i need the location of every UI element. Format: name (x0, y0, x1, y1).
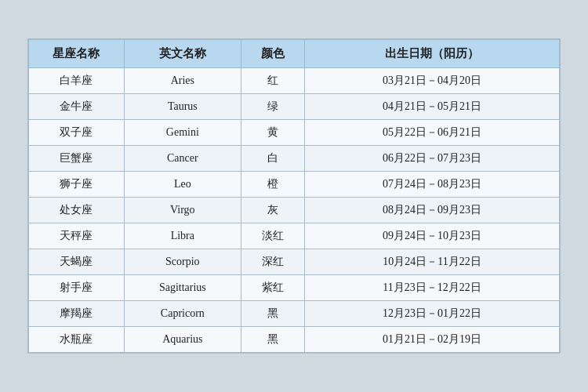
cell-color: 白 (241, 146, 304, 172)
cell-color: 灰 (241, 198, 304, 223)
cell-color: 淡红 (241, 223, 304, 249)
cell-date: 06月22日－07月23日 (305, 146, 560, 172)
table-row: 处女座Virgo灰08月24日－09月23日 (29, 198, 560, 223)
table-row: 白羊座Aries红03月21日－04月20日 (29, 68, 560, 94)
table-row: 射手座Sagittarius紫红11月23日－12月22日 (29, 275, 560, 301)
cell-chinese: 白羊座 (29, 68, 125, 94)
table-row: 摩羯座Capricorn黑12月23日－01月22日 (29, 301, 560, 327)
cell-english: Scorpio (124, 249, 241, 275)
cell-chinese: 处女座 (29, 198, 125, 223)
cell-english: Virgo (124, 198, 241, 223)
cell-english: Taurus (124, 94, 241, 120)
cell-chinese: 射手座 (29, 275, 125, 301)
cell-chinese: 狮子座 (29, 172, 125, 198)
cell-date: 07月24日－08月23日 (305, 172, 560, 198)
cell-color: 红 (241, 68, 304, 94)
cell-chinese: 金牛座 (29, 94, 125, 120)
table-row: 天蝎座Scorpio深红10月24日－11月22日 (29, 249, 560, 275)
cell-date: 10月24日－11月22日 (305, 249, 560, 275)
cell-english: Cancer (124, 146, 241, 172)
cell-chinese: 摩羯座 (29, 301, 125, 327)
cell-english: Aries (124, 68, 241, 94)
zodiac-table-container: 星座名称 英文名称 颜色 出生日期（阳历） 白羊座Aries红03月21日－04… (27, 38, 561, 354)
header-color: 颜色 (241, 40, 304, 68)
table-row: 巨蟹座Cancer白06月22日－07月23日 (29, 146, 560, 172)
cell-date: 03月21日－04月20日 (305, 68, 560, 94)
cell-color: 深红 (241, 249, 304, 275)
cell-date: 08月24日－09月23日 (305, 198, 560, 223)
cell-chinese: 天秤座 (29, 223, 125, 249)
table-body: 白羊座Aries红03月21日－04月20日金牛座Taurus绿04月21日－0… (29, 68, 560, 353)
table-row: 狮子座Leo橙07月24日－08月23日 (29, 172, 560, 198)
table-header-row: 星座名称 英文名称 颜色 出生日期（阳历） (29, 40, 560, 68)
cell-date: 09月24日－10月23日 (305, 223, 560, 249)
zodiac-table: 星座名称 英文名称 颜色 出生日期（阳历） 白羊座Aries红03月21日－04… (28, 39, 560, 353)
cell-english: Libra (124, 223, 241, 249)
cell-english: Capricorn (124, 301, 241, 327)
cell-english: Leo (124, 172, 241, 198)
cell-date: 04月21日－05月21日 (305, 94, 560, 120)
cell-color: 黑 (241, 301, 304, 327)
cell-date: 11月23日－12月22日 (305, 275, 560, 301)
cell-date: 05月22日－06月21日 (305, 120, 560, 146)
table-row: 水瓶座Aquarius黑01月21日－02月19日 (29, 327, 560, 353)
header-chinese: 星座名称 (29, 40, 125, 68)
header-date: 出生日期（阳历） (305, 40, 560, 68)
table-row: 金牛座Taurus绿04月21日－05月21日 (29, 94, 560, 120)
cell-chinese: 水瓶座 (29, 327, 125, 353)
cell-color: 橙 (241, 172, 304, 198)
cell-english: Sagittarius (124, 275, 241, 301)
cell-english: Gemini (124, 120, 241, 146)
cell-color: 黑 (241, 327, 304, 353)
table-row: 双子座Gemini黄05月22日－06月21日 (29, 120, 560, 146)
cell-color: 黄 (241, 120, 304, 146)
cell-color: 紫红 (241, 275, 304, 301)
cell-date: 12月23日－01月22日 (305, 301, 560, 327)
cell-english: Aquarius (124, 327, 241, 353)
cell-date: 01月21日－02月19日 (305, 327, 560, 353)
header-english: 英文名称 (124, 40, 241, 68)
cell-color: 绿 (241, 94, 304, 120)
cell-chinese: 双子座 (29, 120, 125, 146)
cell-chinese: 天蝎座 (29, 249, 125, 275)
cell-chinese: 巨蟹座 (29, 146, 125, 172)
table-row: 天秤座Libra淡红09月24日－10月23日 (29, 223, 560, 249)
